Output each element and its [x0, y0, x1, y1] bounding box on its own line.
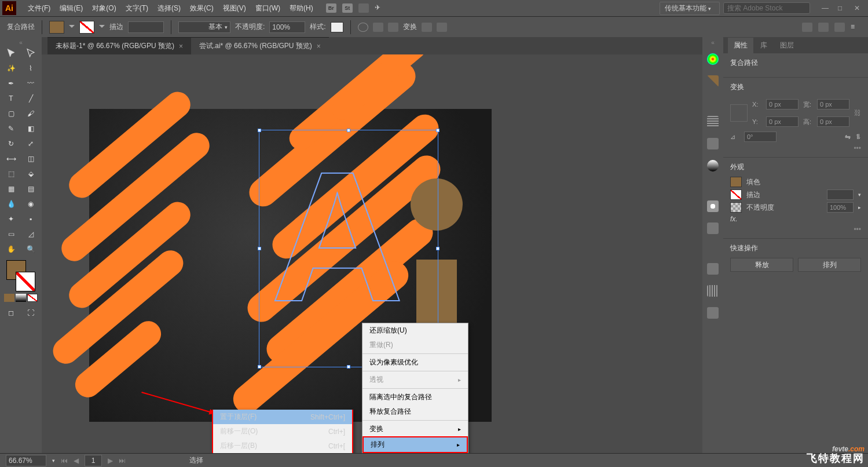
- ctx-isolate[interactable]: 隔离选中的复合路径: [362, 390, 468, 404]
- panel-opacity-input[interactable]: [827, 202, 854, 213]
- panel-tab-properties[interactable]: 属性: [728, 38, 753, 53]
- ctx-arrange[interactable]: 排列: [362, 436, 468, 453]
- nav-last-icon[interactable]: ⏭: [119, 457, 126, 465]
- ctx-send-backward[interactable]: 后移一层(B)Ctrl+[: [213, 439, 352, 453]
- isolate-icon[interactable]: [422, 23, 432, 32]
- mask-icon[interactable]: [437, 23, 447, 32]
- magic-wand-tool[interactable]: ✨: [1, 61, 21, 76]
- opacity-input[interactable]: [269, 21, 305, 33]
- hand-tool[interactable]: ✋: [1, 242, 21, 257]
- panel-menu-icon[interactable]: ≡: [851, 23, 861, 32]
- arrange-button[interactable]: 排列: [798, 258, 861, 272]
- bridge-icon[interactable]: Br: [326, 3, 336, 13]
- ctx-pixel-perfect[interactable]: 设为像素级优化: [362, 355, 468, 370]
- menu-help[interactable]: 帮助(H): [285, 3, 318, 13]
- release-button[interactable]: 释放: [730, 258, 793, 272]
- free-transform-tool[interactable]: ◫: [21, 151, 41, 166]
- panel-fill-swatch[interactable]: [730, 177, 742, 187]
- flip-v-icon[interactable]: ⥮: [855, 133, 861, 141]
- artboard-tool[interactable]: ▭: [1, 227, 21, 242]
- none-mode-btn[interactable]: [27, 294, 38, 302]
- rotate-tool[interactable]: ↻: [1, 136, 21, 151]
- shaper-tool[interactable]: ✎: [1, 121, 21, 136]
- rectangle-tool[interactable]: ▢: [1, 106, 21, 121]
- menu-effect[interactable]: 效果(C): [185, 3, 218, 13]
- panel-stroke-weight[interactable]: [827, 189, 854, 200]
- gpu-icon[interactable]: ✈: [375, 3, 385, 13]
- panel-icon-3[interactable]: [834, 23, 845, 32]
- line-tool[interactable]: ╱: [21, 91, 41, 106]
- x-input[interactable]: [766, 99, 799, 110]
- perspective-tool[interactable]: ⬙: [21, 166, 41, 181]
- eraser-tool[interactable]: ◧: [21, 121, 41, 136]
- draw-mode-normal[interactable]: ◻: [1, 305, 21, 320]
- maximize-button[interactable]: □: [838, 4, 847, 12]
- search-stock-input[interactable]: [723, 2, 810, 14]
- y-input[interactable]: [766, 116, 799, 127]
- document-tab-1[interactable]: 未标题-1* @ 66.67% (RGB/GPU 预览)×: [47, 37, 191, 54]
- ctx-bring-forward[interactable]: 前移一层(O)Ctrl+]: [213, 424, 352, 439]
- menu-window[interactable]: 窗口(W): [251, 3, 285, 13]
- width-tool[interactable]: ⟷: [1, 151, 21, 166]
- type-tool[interactable]: T: [1, 91, 21, 106]
- close-tab-icon[interactable]: ×: [179, 42, 183, 50]
- swatches-panel-icon[interactable]: [707, 138, 719, 149]
- ctx-release-compound[interactable]: 释放复合路径: [362, 404, 468, 419]
- stroke-panel-icon[interactable]: [707, 116, 719, 127]
- color-panel-icon[interactable]: [707, 53, 719, 65]
- shape-builder-tool[interactable]: ⬚: [1, 166, 21, 181]
- pen-tool[interactable]: ✒: [1, 76, 21, 91]
- panel-icon-2[interactable]: [818, 23, 829, 32]
- gradient-tool[interactable]: ▤: [21, 181, 41, 196]
- paintbrush-tool[interactable]: 🖌: [21, 106, 41, 121]
- stroke-weight-input[interactable]: [128, 21, 164, 33]
- flip-h-icon[interactable]: ⇋: [845, 133, 851, 141]
- panel-stroke-swatch[interactable]: [730, 189, 742, 200]
- appearance-panel-icon[interactable]: [707, 222, 719, 234]
- panel-tab-layers[interactable]: 图层: [774, 38, 800, 53]
- panel-tab-libraries[interactable]: 库: [755, 38, 773, 53]
- style-dropdown[interactable]: 基本 ▾: [178, 21, 230, 33]
- w-input[interactable]: [817, 99, 849, 110]
- color-mode-btn[interactable]: [4, 294, 14, 302]
- shape-icon[interactable]: [388, 23, 398, 32]
- close-tab-icon[interactable]: ×: [317, 42, 321, 50]
- nav-first-icon[interactable]: ⏮: [61, 457, 68, 465]
- fill-stroke-swatches[interactable]: [5, 260, 36, 291]
- recolor-icon[interactable]: [358, 23, 368, 32]
- transform-panel-icon[interactable]: [707, 307, 719, 319]
- panel-icon-1[interactable]: [802, 23, 812, 32]
- gradient-mode-btn[interactable]: [16, 294, 26, 302]
- nav-prev-icon[interactable]: ◀: [74, 457, 79, 465]
- lasso-tool[interactable]: ⌇: [21, 61, 41, 76]
- menu-object[interactable]: 对象(O): [87, 3, 120, 13]
- gradient-panel-icon[interactable]: [707, 160, 719, 172]
- mesh-tool[interactable]: ▦: [1, 181, 21, 196]
- align-icon[interactable]: [373, 23, 383, 32]
- ctx-transform[interactable]: 变换: [362, 422, 468, 436]
- h-input[interactable]: [817, 116, 849, 127]
- symbol-sprayer-tool[interactable]: ✦: [1, 211, 21, 227]
- ctx-undo[interactable]: 还原缩放(U): [362, 323, 468, 338]
- slice-tool[interactable]: ◿: [21, 227, 41, 242]
- stroke-dropdown[interactable]: [99, 25, 105, 31]
- link-wh-icon[interactable]: ⛓: [854, 109, 861, 117]
- direct-selection-tool[interactable]: [21, 46, 41, 61]
- zoom-input[interactable]: [6, 455, 46, 466]
- selection-tool[interactable]: [1, 46, 21, 61]
- reference-point[interactable]: [730, 104, 748, 122]
- canvas[interactable]: A 还原缩放(U) 重做(R) 设为像素级优化 透视 隔离选中的复合路径 释放复…: [42, 54, 702, 453]
- menu-edit[interactable]: 编辑(E): [55, 3, 87, 13]
- menu-type[interactable]: 文字(T): [121, 3, 153, 13]
- stock-icon[interactable]: St: [342, 3, 353, 13]
- artboard-nav-input[interactable]: [85, 455, 102, 466]
- blend-tool[interactable]: ◉: [21, 196, 41, 211]
- close-button[interactable]: ✕: [854, 4, 863, 12]
- curvature-tool[interactable]: 〰: [21, 76, 41, 91]
- zoom-tool[interactable]: 🔍: [21, 242, 41, 257]
- transform-button[interactable]: 变换: [403, 22, 417, 32]
- transparency-panel-icon[interactable]: [707, 200, 719, 212]
- toolbar-stroke-swatch[interactable]: [16, 272, 35, 291]
- graph-tool[interactable]: ▪: [21, 211, 41, 227]
- color-guide-icon[interactable]: [707, 75, 719, 87]
